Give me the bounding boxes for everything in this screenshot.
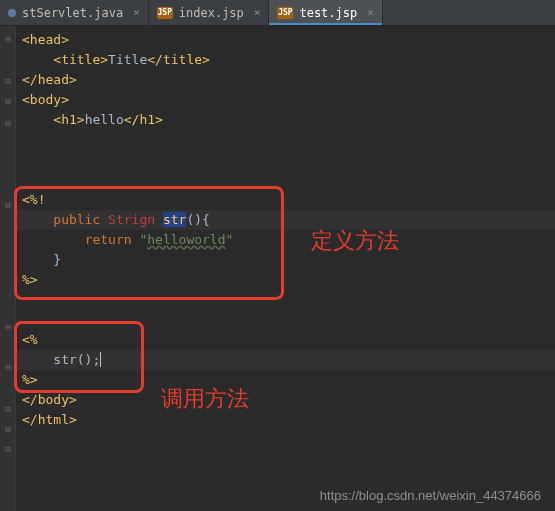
code-line: public Strign str(){ [16, 210, 555, 230]
fold-icon[interactable]: ⊟ [3, 76, 13, 86]
tab-label: index.jsp [179, 6, 244, 20]
fold-icon[interactable]: ⊟ [3, 96, 13, 106]
fold-icon[interactable]: ⊟ [3, 118, 13, 128]
fold-icon[interactable]: ⊟ [3, 34, 13, 44]
watermark: https://blog.csdn.net/weixin_44374666 [320, 488, 541, 503]
code-line [16, 310, 555, 330]
tab-test-jsp[interactable]: JSP test.jsp × [269, 0, 382, 25]
code-line: return "helloworld" [16, 230, 555, 250]
fold-icon[interactable]: ⊟ [3, 200, 13, 210]
jsp-icon: JSP [277, 7, 293, 19]
code-area[interactable]: <head> <title>Title</title> </head> <bod… [16, 26, 555, 511]
editor-tabs: stServlet.java × JSP index.jsp × JSP tes… [0, 0, 555, 26]
code-line: <% [16, 330, 555, 350]
code-line [16, 170, 555, 190]
code-line: </body> [16, 390, 555, 410]
close-icon[interactable]: × [254, 6, 261, 19]
tab-label: test.jsp [299, 6, 357, 20]
code-line: </head> [16, 70, 555, 90]
jsp-icon: JSP [157, 7, 173, 19]
code-line: <title>Title</title> [16, 50, 555, 70]
fold-icon[interactable]: ⊟ [3, 322, 13, 332]
close-icon[interactable]: × [367, 6, 374, 19]
fold-icon[interactable]: ⊟ [3, 362, 13, 372]
code-line: <%! [16, 190, 555, 210]
code-line: </html> [16, 410, 555, 430]
code-line: } [16, 250, 555, 270]
code-line [16, 150, 555, 170]
fold-icon[interactable]: ⊟ [3, 444, 13, 454]
code-line [16, 130, 555, 150]
code-line: %> [16, 370, 555, 390]
code-line: <h1>hello</h1> [16, 110, 555, 130]
close-icon[interactable]: × [133, 6, 140, 19]
editor-area: ⊟ ⊟ ⊟ ⊟ ⊟ ⊟ ⊟ ⊟ ⊟ ⊟ <head> <title>Title<… [0, 26, 555, 511]
fold-icon[interactable]: ⊟ [3, 404, 13, 414]
tab-index-jsp[interactable]: JSP index.jsp × [149, 0, 270, 25]
code-line: %> [16, 270, 555, 290]
code-line: <body> [16, 90, 555, 110]
tab-label: stServlet.java [22, 6, 123, 20]
gutter: ⊟ ⊟ ⊟ ⊟ ⊟ ⊟ ⊟ ⊟ ⊟ ⊟ [0, 26, 16, 511]
java-icon [8, 9, 16, 17]
code-line [16, 290, 555, 310]
fold-icon[interactable]: ⊟ [3, 424, 13, 434]
code-line: str(); [16, 350, 555, 370]
code-line: <head> [16, 30, 555, 50]
tab-servlet-java[interactable]: stServlet.java × [0, 0, 149, 25]
